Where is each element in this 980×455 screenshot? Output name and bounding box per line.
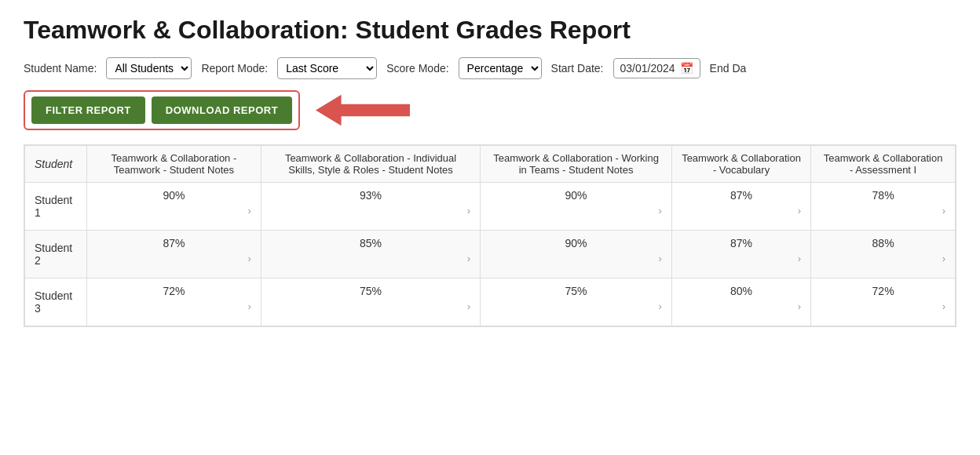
table-row: Student 190%›93%›90%›87%›78%› [25, 183, 956, 231]
chevron-right-icon: › [490, 300, 662, 312]
col5-header: Teamwork & Collaboration - Assessment I [811, 146, 956, 183]
chevron-right-icon: › [682, 205, 801, 217]
score-cell-col3[interactable]: 90%› [481, 183, 672, 231]
chevron-right-icon: › [97, 300, 251, 312]
score-value: 80% [682, 285, 801, 297]
score-value: 90% [490, 189, 662, 202]
filter-row: Student Name: All Students Report Mode: … [24, 57, 956, 79]
chevron-right-icon: › [271, 300, 470, 312]
chevron-right-icon: › [97, 253, 251, 264]
score-cell-col3[interactable]: 90%› [481, 231, 672, 278]
score-mode-label: Score Mode: [386, 62, 448, 75]
student-name-label: Student Name: [24, 62, 97, 75]
table-row: Student 287%›85%›90%›87%›88%› [25, 231, 956, 278]
col-student-header: Student [25, 146, 87, 183]
chevron-right-icon: › [490, 205, 662, 217]
score-value: 87% [682, 189, 801, 202]
buttons-row: FILTER REPORT DOWNLOAD REPORT [24, 90, 956, 130]
col2-header: Teamwork & Collaboration - Individual Sk… [261, 146, 480, 183]
page-title: Teamwork & Collaboration: Student Grades… [24, 16, 956, 45]
score-value: 87% [682, 237, 801, 249]
svg-marker-0 [316, 94, 410, 125]
chevron-right-icon: › [97, 205, 251, 217]
score-cell-col2[interactable]: 85%› [261, 231, 480, 278]
score-value: 78% [821, 189, 945, 202]
score-value: 88% [821, 237, 945, 249]
col4-header: Teamwork & Collaboration - Vocabulary [671, 146, 810, 183]
start-date-value: 03/01/2024 [620, 62, 675, 75]
student-name-select[interactable]: All Students [106, 57, 192, 79]
score-cell-col2[interactable]: 93%› [261, 183, 480, 231]
score-cell-col5[interactable]: 72%› [811, 278, 956, 326]
student-name-cell: Student 2 [25, 231, 87, 278]
table-row: Student 372%›75%›75%›80%›72%› [25, 278, 956, 326]
button-group: FILTER REPORT DOWNLOAD REPORT [24, 90, 300, 130]
student-name-cell: Student 3 [25, 278, 87, 326]
chevron-right-icon: › [271, 205, 470, 217]
calendar-icon: 📅 [680, 62, 693, 75]
score-cell-col4[interactable]: 80%› [671, 278, 810, 326]
chevron-right-icon: › [490, 253, 662, 264]
score-cell-col5[interactable]: 78%› [811, 183, 956, 231]
score-value: 93% [271, 189, 470, 202]
score-mode-select[interactable]: Percentage Points [459, 57, 542, 79]
score-cell-col1[interactable]: 72%› [87, 278, 261, 326]
score-cell-col4[interactable]: 87%› [671, 231, 810, 278]
chevron-right-icon: › [821, 205, 945, 217]
chevron-right-icon: › [271, 253, 470, 264]
score-cell-col1[interactable]: 90%› [87, 183, 261, 231]
download-report-button[interactable]: DOWNLOAD REPORT [152, 96, 292, 124]
score-cell-col4[interactable]: 87%› [671, 183, 810, 231]
score-value: 90% [97, 189, 251, 202]
table-header-row: Student Teamwork & Collaboration - Teamw… [25, 146, 956, 183]
chevron-right-icon: › [682, 300, 801, 312]
table-wrapper: Student Teamwork & Collaboration - Teamw… [24, 144, 956, 327]
report-mode-label: Report Mode: [201, 62, 268, 75]
chevron-right-icon: › [682, 253, 801, 264]
col3-header: Teamwork & Collaboration - Working in Te… [481, 146, 672, 183]
score-cell-col2[interactable]: 75%› [261, 278, 480, 326]
start-date-label: Start Date: [551, 62, 604, 75]
end-date-label: End Da [710, 62, 747, 75]
arrow-icon [316, 91, 410, 130]
start-date-input[interactable]: 03/01/2024 📅 [613, 58, 700, 78]
score-cell-col1[interactable]: 87%› [87, 231, 261, 278]
filter-report-button[interactable]: FILTER REPORT [31, 96, 145, 124]
score-value: 72% [821, 285, 945, 297]
score-value: 85% [271, 237, 470, 249]
score-value: 75% [271, 285, 470, 297]
score-value: 72% [97, 285, 251, 297]
chevron-right-icon: › [821, 300, 945, 312]
score-cell-col5[interactable]: 88%› [811, 231, 956, 278]
score-value: 87% [97, 237, 251, 249]
score-value: 75% [490, 285, 662, 297]
report-mode-select[interactable]: Last Score Average Score Best Score [277, 57, 377, 79]
score-cell-col3[interactable]: 75%› [481, 278, 672, 326]
grades-table: Student Teamwork & Collaboration - Teamw… [24, 145, 956, 326]
chevron-right-icon: › [821, 253, 945, 264]
col1-header: Teamwork & Collaboration - Teamwork - St… [87, 146, 261, 183]
arrow-container [316, 91, 410, 130]
score-value: 90% [490, 237, 662, 249]
student-name-cell: Student 1 [25, 183, 87, 231]
